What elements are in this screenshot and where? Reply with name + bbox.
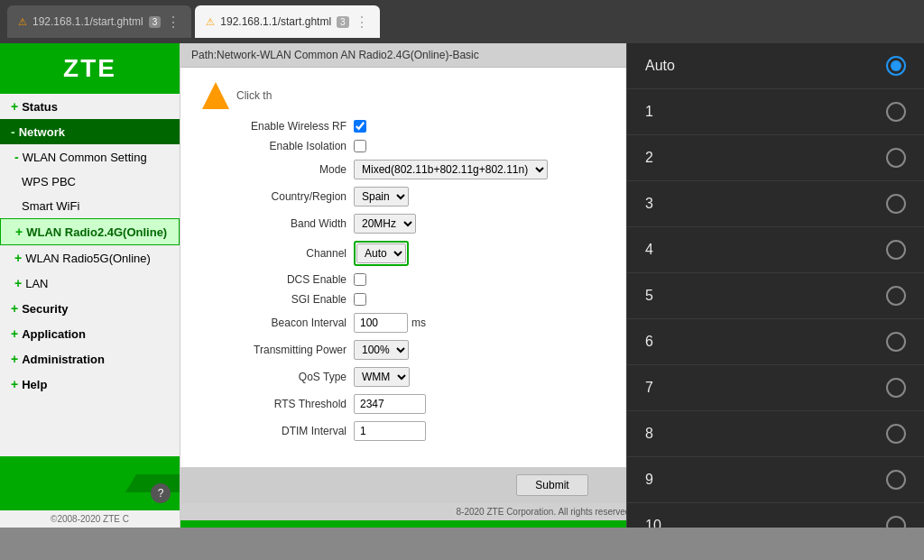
qos-type-select[interactable]: WMM [354,367,410,387]
country-region-control: Spain [354,187,409,207]
channel-option-4[interactable]: 4 [627,227,924,273]
country-region-label: Country/Region [202,190,346,203]
help-circle-label: ? [158,487,164,500]
sidebar-header: ZTE [0,43,180,94]
sidebar-item-help[interactable]: + Help [0,372,180,397]
channel-option-9-label: 9 [645,472,653,488]
mode-label: Mode [202,163,346,176]
channel-option-6[interactable]: 6 [627,319,924,365]
tab-menu-2[interactable]: ⋮ [355,14,369,31]
transmitting-power-control: 100% [354,340,409,360]
beacon-interval-control: ms [354,313,426,333]
channel-option-8-radio [886,424,906,444]
sidebar-item-wlan5[interactable]: + WLAN Radio5G(Online) [0,245,180,271]
administration-plus-icon: + [11,352,18,366]
wlan24-plus-icon: + [15,225,23,239]
tab-count-2: 3 [337,16,349,28]
dcs-enable-label: DCS Enable [202,273,346,286]
wlan5-plus-icon: + [14,251,22,265]
sidebar-item-wlan24[interactable]: + WLAN Radio2.4G(Online) [0,218,180,245]
status-plus-icon: + [11,99,18,114]
breadcrumb: Path:Network-WLAN Common AN Radio2.4G(On… [191,49,479,61]
sidebar-item-network[interactable]: - Network [0,119,180,144]
sidebar-item-security-label: Security [22,302,68,316]
tab-1[interactable]: ⚠ 192.168.1.1/start.ghtml 3 ⋮ [7,5,191,38]
sidebar-item-application[interactable]: + Application [0,321,180,346]
help-plus-icon: + [11,377,18,391]
channel-option-5[interactable]: 5 [627,273,924,319]
tab-url-1: 192.168.1.1/start.ghtml [32,15,143,28]
channel-option-auto[interactable]: Auto [627,43,924,89]
sidebar-item-network-label: Network [19,125,65,139]
dcs-enable-control [354,273,366,286]
wlan-common-minus-icon: - [14,150,19,164]
rts-threshold-input[interactable] [354,394,426,414]
ms-suffix: ms [411,317,426,329]
sidebar-item-wlan-common-label: WLAN Common Setting [23,151,147,164]
sidebar-item-wps[interactable]: WPS PBC [0,170,180,194]
sgi-enable-control [354,293,366,306]
sidebar-item-lan-label: LAN [25,277,48,290]
channel-option-8-label: 8 [645,426,653,442]
channel-select[interactable]: Auto 1 2 3 4 5 6 7 8 9 10 [356,243,406,263]
footer-copyright: 8-2020 ZTE Corporation. All rights reser… [457,507,633,517]
channel-option-2-radio [886,148,906,168]
mode-select[interactable]: Mixed(802.11b+802.11g+802.11n) [354,160,548,179]
channel-dropdown: Auto 1 2 3 4 5 6 [626,43,924,528]
tab-warning-icon-2: ⚠ [206,16,215,28]
sidebar-item-security[interactable]: + Security [0,296,180,321]
channel-option-7[interactable]: 7 [627,365,924,411]
dtim-interval-input[interactable] [354,421,426,441]
enable-wireless-rf-control [354,120,366,133]
sgi-enable-checkbox[interactable] [354,293,366,306]
tab-url-2: 192.168.1.1/start.ghtml [220,15,331,28]
channel-option-3[interactable]: 3 [627,181,924,227]
beacon-interval-input[interactable] [354,313,408,333]
channel-option-10[interactable]: 10 [627,503,924,528]
channel-control: Auto 1 2 3 4 5 6 7 8 9 10 [354,241,409,266]
sidebar-item-administration[interactable]: + Administration [0,346,180,372]
band-width-control: 20MHz [354,214,416,234]
beacon-interval-label: Beacon Interval [202,317,346,329]
transmitting-power-select[interactable]: 100% [354,340,409,360]
country-region-select[interactable]: Spain [354,187,409,207]
enable-isolation-checkbox[interactable] [354,140,366,152]
sidebar-item-status[interactable]: + Status [0,94,180,119]
security-plus-icon: + [11,301,18,316]
sidebar-item-smartwifi-label: Smart WiFi [22,199,79,213]
sidebar-item-wlan5-label: WLAN Radio5G(Online) [25,252,151,265]
enable-wireless-rf-checkbox[interactable] [354,120,366,133]
tab-count-1: 3 [149,16,162,28]
channel-option-1[interactable]: 1 [627,89,924,135]
submit-button[interactable]: Submit [516,474,587,496]
sidebar-item-wlan-common[interactable]: - WLAN Common Setting [0,144,180,170]
channel-option-2[interactable]: 2 [627,135,924,181]
rts-threshold-label: RTS Threshold [202,398,346,410]
sidebar-item-wlan24-label: WLAN Radio2.4G(Online) [26,225,167,239]
tab-menu-1[interactable]: ⋮ [166,14,180,31]
channel-option-1-radio [886,102,906,122]
channel-option-9-radio [886,470,906,490]
sidebar-item-lan[interactable]: + LAN [0,271,180,296]
application-plus-icon: + [11,326,18,341]
mode-control: Mixed(802.11b+802.11g+802.11n) [354,160,548,179]
sidebar-item-smartwifi[interactable]: Smart WiFi [0,194,180,218]
enable-isolation-control [354,140,366,152]
channel-option-3-label: 3 [645,196,653,212]
qos-type-control: WMM [354,367,410,387]
help-circle-button[interactable]: ? [151,483,171,503]
dtim-interval-label: DTIM Interval [202,425,346,437]
channel-option-9[interactable]: 9 [627,457,924,503]
channel-option-7-label: 7 [645,380,653,396]
channel-option-8[interactable]: 8 [627,411,924,457]
channel-option-auto-radio [886,56,906,76]
sidebar-copyright: ©2008-2020 ZTE C [0,510,180,528]
tab-2[interactable]: ⚠ 192.168.1.1/start.ghtml 3 ⋮ [195,5,379,38]
channel-option-3-radio [886,194,906,214]
dcs-enable-checkbox[interactable] [354,273,366,286]
sidebar-nav: + Status - Network - WLAN Common Setting… [0,94,180,456]
lan-plus-icon: + [14,276,22,290]
transmitting-power-label: Transmitting Power [202,344,346,356]
band-width-select[interactable]: 20MHz [354,214,416,234]
main-content: ZTE + Status - Network - WLAN Common Set… [0,43,924,528]
